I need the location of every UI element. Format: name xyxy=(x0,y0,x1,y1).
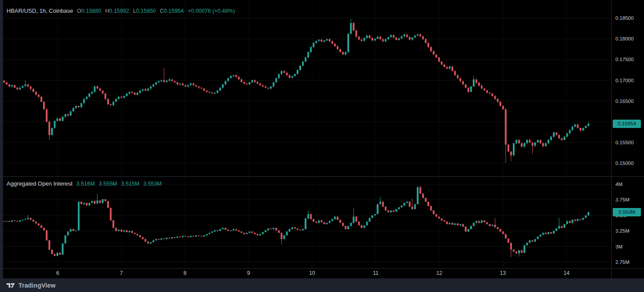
open-interest-axis-tick-label: 3.75M xyxy=(615,197,629,202)
time-axis-tick-label: 9 xyxy=(247,270,250,276)
ohlc-item-l: L0.15850 xyxy=(133,8,156,14)
open-interest-values: 3.516M3.555M3.515M3.553M xyxy=(77,181,162,187)
open-interest-value-2: 3.515M xyxy=(121,181,140,187)
time-axis-tick-label: 7 xyxy=(120,270,123,276)
symbol-legend: HBAR/USD, 1h, Coinbase O0.15880H0.15992L… xyxy=(7,7,235,14)
time-axis-tick-label: 11 xyxy=(373,270,378,276)
time-axis-tick-label: 14 xyxy=(563,270,569,276)
last-open-interest-label: 3.553M xyxy=(613,208,641,216)
time-axis-tick-label: 13 xyxy=(500,270,506,276)
ohlc-item-o: O0.15880 xyxy=(77,8,101,14)
open-interest-axis-tick-label: 2.75M xyxy=(615,259,629,265)
price-axis-border xyxy=(611,0,612,278)
symbol-title: HBAR/USD, 1h, Coinbase xyxy=(7,7,73,14)
price-axis-tick-label: 0.16500 xyxy=(615,99,634,104)
open-interest-axis-tick-label: 3M xyxy=(615,244,622,249)
time-axis-border xyxy=(0,268,644,269)
open-interest-legend: Aggregated Open Interest 3.516M3.555M3.5… xyxy=(7,180,162,187)
time-axis-tick-label: 12 xyxy=(436,270,442,276)
price-axis-tick-label: 0.17000 xyxy=(615,78,634,83)
price-change: +0.00076 (+0.48%) xyxy=(188,8,235,14)
tradingview-chart-window: HBAR/USD, 1h, Coinbase O0.15880H0.15992L… xyxy=(0,0,644,292)
ohlc-values: O0.15880H0.15992L0.15850C0.15954 xyxy=(77,8,184,14)
open-interest-value-0: 3.516M xyxy=(77,181,95,187)
price-axis-tick-label: 0.17500 xyxy=(615,57,634,62)
open-interest-value-1: 3.555M xyxy=(99,181,117,187)
ohlc-item-c: C0.15954 xyxy=(160,8,184,14)
footer-bar: TradingView xyxy=(0,278,644,292)
tradingview-logo-link[interactable]: TradingView xyxy=(6,282,55,289)
price-axis-tick-label: 0.18000 xyxy=(615,36,634,41)
tradingview-logo-icon xyxy=(6,282,15,289)
open-interest-axis-tick-label: 4M xyxy=(615,182,622,187)
pane-separator[interactable] xyxy=(0,176,644,177)
price-axis-tick-label: 0.15000 xyxy=(615,161,634,166)
last-price-label: 0.15954 xyxy=(613,120,641,128)
ohlc-item-h: H0.15992 xyxy=(105,8,129,14)
open-interest-value-3: 3.553M xyxy=(144,181,162,187)
price-axis-tick-label: 0.18500 xyxy=(615,15,634,21)
time-axis-tick-label: 6 xyxy=(56,270,59,276)
open-interest-axis-tick-label: 3.25M xyxy=(615,228,629,234)
price-pane-canvas[interactable] xyxy=(0,0,644,177)
open-interest-title: Aggregated Open Interest xyxy=(7,180,73,187)
tradingview-logo-text: TradingView xyxy=(18,282,55,289)
open-interest-pane-canvas[interactable] xyxy=(0,177,644,268)
price-axis-tick-label: 0.15500 xyxy=(615,140,634,145)
price-candlestick-series xyxy=(3,19,589,163)
time-axis-tick-label: 8 xyxy=(184,270,187,276)
time-axis-tick-label: 10 xyxy=(309,270,315,276)
